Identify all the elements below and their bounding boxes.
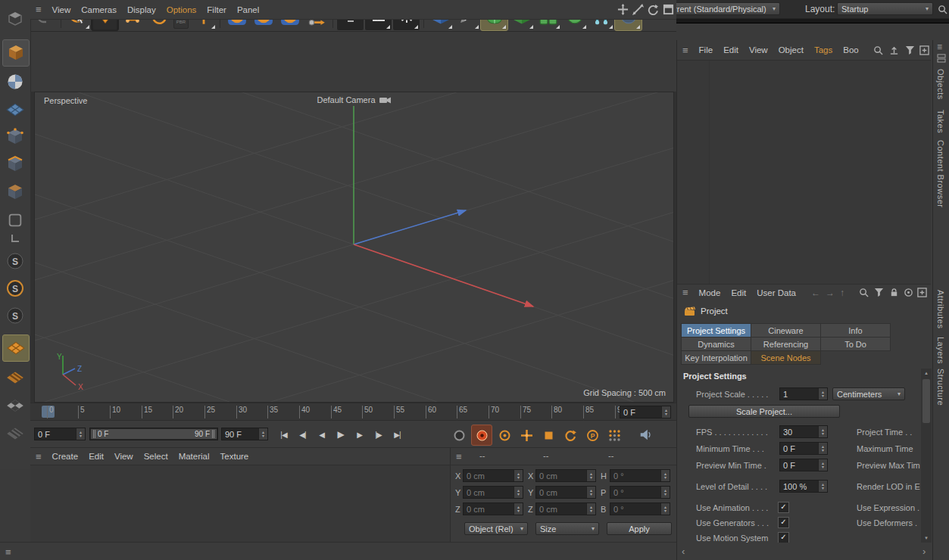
viewport-menu-view[interactable]: View bbox=[47, 5, 76, 14]
snap-settings-button[interactable]: S bbox=[2, 303, 28, 328]
tab-info[interactable]: Info bbox=[820, 323, 891, 338]
tab-layers[interactable]: Layers bbox=[936, 337, 945, 364]
coord-field[interactable]: 0 cm▴▾ bbox=[463, 502, 523, 515]
viewport-menu-icon[interactable]: ≡ bbox=[30, 4, 47, 15]
history-back-icon[interactable]: ← bbox=[811, 288, 820, 298]
om-menu-object[interactable]: Object bbox=[773, 45, 809, 54]
status-menu-icon[interactable]: ≡ bbox=[0, 546, 17, 558]
edges-mode-button[interactable] bbox=[2, 151, 28, 177]
coord-field[interactable]: 0 cm▴▾ bbox=[535, 502, 596, 515]
record-scale-button[interactable] bbox=[538, 425, 558, 445]
coord-size-select[interactable]: Size▾ bbox=[535, 522, 599, 535]
viewport-menu-filter[interactable]: Filter bbox=[201, 5, 232, 14]
scale-project-button[interactable]: Scale Project... bbox=[688, 405, 840, 418]
spinner-icon[interactable]: ▴▾ bbox=[661, 406, 670, 418]
lock-workplane-button[interactable] bbox=[2, 365, 28, 390]
scrollbar-thumb[interactable] bbox=[922, 379, 930, 423]
spinner-icon[interactable]: ▴▾ bbox=[76, 428, 85, 440]
texture-mode-button[interactable] bbox=[2, 69, 28, 95]
tab-content-browser[interactable]: Content Browser bbox=[936, 140, 945, 207]
attribute-menu-icon[interactable]: ≡ bbox=[677, 287, 694, 298]
om-menu-bookmarks[interactable]: Boo bbox=[838, 45, 863, 54]
goto-start-button[interactable]: |◀ bbox=[274, 426, 293, 443]
uv-mode-button[interactable] bbox=[2, 97, 28, 123]
material-menu-create[interactable]: Create bbox=[47, 452, 84, 461]
layout-select[interactable]: Startup ▾ bbox=[837, 2, 933, 15]
spinner-icon[interactable]: ▴▾ bbox=[818, 388, 827, 400]
record-parameter-button[interactable]: P bbox=[582, 425, 602, 445]
frame-range-slider[interactable]: 0 F 90 F bbox=[89, 428, 218, 440]
coord-field[interactable]: 0 cm▴▾ bbox=[463, 486, 523, 499]
goto-end-button[interactable]: ▶| bbox=[388, 426, 407, 443]
prev-frame-button[interactable]: ◀ bbox=[312, 426, 331, 443]
filter-icon[interactable] bbox=[905, 45, 915, 55]
use-motion-checkbox[interactable]: ✓ bbox=[778, 532, 789, 543]
coord-mode-select[interactable]: Object (Rel)▾ bbox=[464, 522, 528, 535]
tab-key-interpolation[interactable]: Key Interpolation bbox=[681, 350, 751, 365]
timeline-ruler[interactable]: 0 5 10 15 20 25 30 35 40 45 50 55 60 65 … bbox=[30, 403, 676, 421]
search-icon[interactable] bbox=[873, 45, 883, 55]
spinner-icon[interactable]: ▴▾ bbox=[258, 428, 267, 440]
object-manager-list[interactable] bbox=[677, 60, 931, 285]
snap-toggle-button[interactable]: S bbox=[2, 248, 28, 274]
object-manager-menu-icon[interactable]: ≡ bbox=[677, 45, 694, 56]
viewport-menu-display[interactable]: Display bbox=[122, 5, 161, 14]
lod-field[interactable]: 100 %▴▾ bbox=[779, 480, 828, 493]
coord-field[interactable]: 0 cm▴▾ bbox=[535, 486, 596, 499]
viewport-menu-cameras[interactable]: Cameras bbox=[76, 5, 122, 14]
spinner-icon[interactable]: ▴▾ bbox=[586, 503, 595, 515]
attribute-scrollbar[interactable]: ▴ ▾ bbox=[921, 369, 932, 543]
tab-referencing[interactable]: Referencing bbox=[751, 337, 821, 351]
coord-field[interactable]: 0 cm▴▾ bbox=[535, 469, 596, 482]
tab-objects[interactable]: Objects bbox=[936, 69, 945, 100]
filter-icon[interactable] bbox=[874, 288, 884, 297]
scroll-left-icon[interactable]: ‹ bbox=[682, 546, 685, 557]
am-menu-mode[interactable]: Mode bbox=[694, 288, 726, 297]
play-sound-button[interactable] bbox=[636, 425, 656, 444]
minimum-time-field[interactable]: 0 F▴▾ bbox=[779, 442, 828, 455]
spinner-icon[interactable]: ▴▾ bbox=[586, 487, 595, 498]
coord-field[interactable]: 0 °▴▾ bbox=[610, 469, 670, 482]
spinner-icon[interactable]: ▴▾ bbox=[514, 487, 523, 498]
use-animation-checkbox[interactable]: ✓ bbox=[778, 502, 789, 513]
material-menu-icon[interactable]: ≡ bbox=[30, 451, 47, 462]
attribute-object-name[interactable]: Project bbox=[701, 306, 728, 316]
spinner-icon[interactable]: ▴▾ bbox=[818, 443, 827, 454]
pan-view-icon[interactable] bbox=[617, 4, 629, 15]
search-icon[interactable] bbox=[938, 5, 947, 14]
om-menu-view[interactable]: View bbox=[744, 45, 773, 54]
history-forward-icon[interactable]: → bbox=[826, 288, 835, 298]
tab-dynamics[interactable]: Dynamics bbox=[681, 337, 751, 351]
scroll-right-icon[interactable]: › bbox=[922, 546, 926, 557]
viewport[interactable]: Perspective Default Camera Grid Spacing … bbox=[34, 92, 674, 403]
rotate-view-icon[interactable] bbox=[648, 4, 659, 15]
bookmark-up-icon[interactable] bbox=[889, 45, 899, 55]
spinner-icon[interactable]: ▴▾ bbox=[514, 503, 523, 515]
ruler-frame-field[interactable]: 0 F ▴▾ bbox=[620, 406, 671, 418]
planar-workplane-button[interactable] bbox=[2, 393, 28, 418]
fps-field[interactable]: 30▴▾ bbox=[779, 425, 828, 438]
om-menu-file[interactable]: File bbox=[694, 45, 719, 54]
record-keyframe-button[interactable] bbox=[449, 425, 469, 445]
history-up-icon[interactable]: ↑ bbox=[840, 288, 844, 298]
zoom-view-icon[interactable] bbox=[632, 4, 644, 15]
node-space-select[interactable]: Current (Standard/Physical) ▾ bbox=[659, 2, 780, 15]
material-menu-edit[interactable]: Edit bbox=[83, 452, 109, 461]
maximize-view-icon[interactable] bbox=[663, 4, 674, 15]
am-menu-edit[interactable]: Edit bbox=[726, 288, 751, 297]
scroll-down-icon[interactable]: ▾ bbox=[921, 534, 932, 543]
tab-todo[interactable]: To Do bbox=[820, 337, 891, 351]
record-rotation-button[interactable] bbox=[560, 425, 580, 445]
spinner-icon[interactable]: ▴▾ bbox=[818, 426, 827, 437]
coord-field[interactable]: 0 °▴▾ bbox=[610, 502, 670, 515]
am-menu-userdata[interactable]: User Data bbox=[751, 288, 801, 297]
keyframe-selection-button[interactable] bbox=[495, 425, 514, 445]
project-scale-field[interactable]: 1▴▾ bbox=[779, 387, 828, 400]
search-icon[interactable] bbox=[859, 288, 869, 297]
scroll-up-icon[interactable]: ▴ bbox=[921, 369, 932, 378]
tab-project-settings[interactable]: Project Settings bbox=[681, 323, 751, 338]
panel-menu-icon[interactable]: ≡ bbox=[937, 42, 942, 52]
coord-field[interactable]: 0 °▴▾ bbox=[610, 486, 670, 499]
material-menu-material[interactable]: Material bbox=[173, 452, 215, 461]
viewport-menu-panel[interactable]: Panel bbox=[232, 5, 264, 14]
